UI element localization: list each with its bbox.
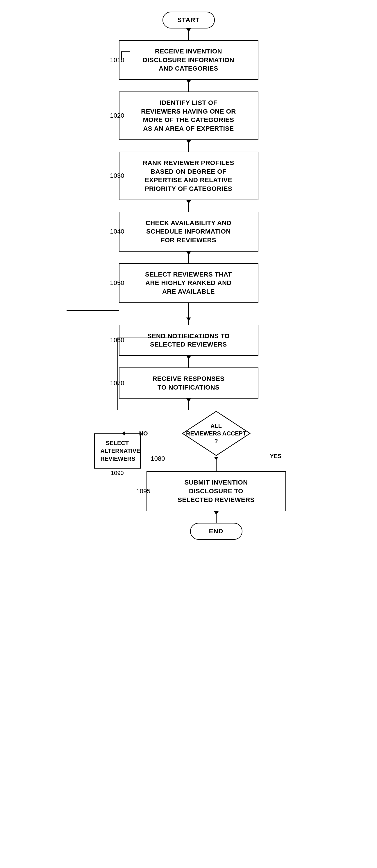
end-node: END	[190, 523, 242, 540]
alt-reviewers-box: SELECTALTERNATIVEREVIEWERS	[94, 433, 141, 469]
step-1050-row: 1050 SELECT REVIEWERS THATARE HIGHLY RAN…	[102, 263, 276, 303]
yes-arrow	[216, 457, 216, 471]
rect-1070: RECEIVE RESPONSESTO NOTIFICATIONS	[119, 368, 258, 399]
merge-arrow-section	[102, 303, 276, 325]
step-1070-row: 1070 RECEIVE RESPONSESTO NOTIFICATIONS	[102, 368, 276, 399]
rect-1060: SEND NOTIFICATIONS TOSELECTED REVIEWERS	[119, 325, 258, 356]
step-1090-label: 1090	[111, 470, 124, 476]
arrow	[188, 28, 189, 40]
diamond-1080: ALLREVIEWERS ACCEPT?	[181, 410, 251, 457]
start-node: START	[163, 11, 215, 28]
rect-1030: RANK REVIEWER PROFILESBASED ON DEGREE OF…	[119, 152, 258, 200]
step-1030-label: 1030	[110, 172, 124, 180]
arrow	[188, 317, 189, 325]
step-1095-row: 1095 SUBMIT INVENTIONDISCLOSURE TOSELECT…	[145, 471, 288, 511]
loop-back-line	[117, 338, 118, 410]
arrow	[188, 140, 189, 152]
arrow	[188, 80, 189, 92]
step-1030-row: 1030 RANK REVIEWER PROFILESBASED ON DEGR…	[102, 152, 276, 200]
arrow	[188, 200, 189, 212]
arrow	[216, 511, 216, 523]
no-label: NO	[139, 430, 148, 437]
diamond-wrapper: NO ALLREVIEWERS ACCEPT? YES 1080	[145, 410, 288, 457]
diamond-section: SELECTALTERNATIVEREVIEWERS 1090 NO	[90, 410, 288, 539]
yes-label: YES	[270, 453, 281, 460]
arrow	[188, 399, 189, 410]
step-1080-label: 1080	[151, 455, 165, 462]
no-arrow	[122, 431, 125, 436]
rect-1050: SELECT REVIEWERS THATARE HIGHLY RANKED A…	[119, 263, 258, 303]
step-1010-row: 1010 RECEIVE INVENTIONDISCLOSURE INFORMA…	[102, 40, 276, 80]
step-1050-label: 1050	[110, 279, 124, 287]
rect-1020: IDENTIFY LIST OFREVIEWERS HAVING ONE ORM…	[119, 92, 258, 140]
rect-1010: RECEIVE INVENTIONDISCLOSURE INFORMATIONA…	[119, 40, 258, 80]
arrow	[188, 356, 189, 368]
diamond-1080-text: ALLREVIEWERS ACCEPT?	[186, 422, 246, 445]
flowchart: START 1010 RECEIVE INVENTIONDISCLOSURE I…	[87, 11, 290, 857]
bracket-1010	[121, 52, 130, 60]
arrow	[188, 252, 189, 263]
step-1040-label: 1040	[110, 228, 124, 235]
step-1040-row: 1040 CHECK AVAILABILITY ANDSCHEDULE INFO…	[102, 212, 276, 252]
step-1060-row: 1060 SEND NOTIFICATIONS TOSELECTED REVIE…	[102, 325, 276, 356]
arrow-segment	[188, 303, 189, 317]
step-1020-label: 1020	[110, 112, 124, 119]
loop-back-h	[117, 338, 207, 338]
step-1095-label: 1095	[136, 488, 151, 495]
step-1020-row: 1020 IDENTIFY LIST OFREVIEWERS HAVING ON…	[102, 92, 276, 140]
alt-reviewers-col: SELECTALTERNATIVEREVIEWERS 1090	[90, 410, 145, 476]
rect-1040: CHECK AVAILABILITY ANDSCHEDULE INFORMATI…	[119, 212, 258, 252]
merge-line-h	[66, 310, 119, 311]
rect-1095: SUBMIT INVENTIONDISCLOSURE TOSELECTED RE…	[146, 471, 286, 511]
diamond-col: NO ALLREVIEWERS ACCEPT? YES 1080	[145, 410, 288, 539]
